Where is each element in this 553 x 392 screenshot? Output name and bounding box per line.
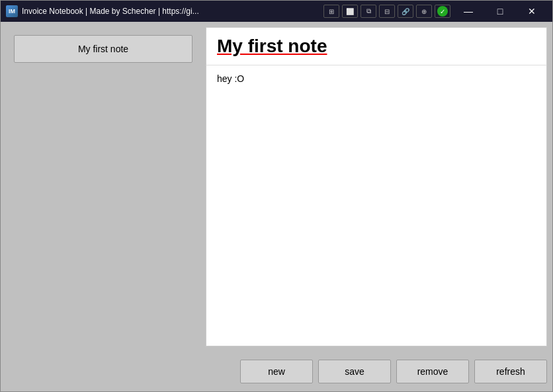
- bottom-bar: new save remove refresh: [1, 352, 552, 391]
- tool-btn-1[interactable]: ⊞: [323, 5, 339, 18]
- note-title-area: My first note: [206, 27, 547, 65]
- app-icon: IM: [6, 5, 18, 17]
- check-icon: ✓: [437, 6, 448, 17]
- note-list-item[interactable]: My first note: [14, 35, 192, 63]
- tool-btn-2[interactable]: ⬜: [342, 5, 358, 18]
- tool-btn-5[interactable]: 🔗: [398, 5, 413, 18]
- content-area: My first note My first note hey :O: [1, 22, 552, 352]
- title-bar: IM Invoice Notebook | Made by Schecher |…: [1, 1, 552, 22]
- app-icon-text: IM: [9, 8, 15, 15]
- window-controls: — □ ✕: [453, 2, 547, 20]
- tool-btn-3[interactable]: ⧉: [361, 5, 376, 18]
- new-button[interactable]: new: [240, 360, 313, 383]
- tool-btn-6[interactable]: ⊕: [416, 5, 432, 18]
- tool-btn-4[interactable]: ⊟: [379, 5, 395, 18]
- toolbar-tools: ⊞ ⬜ ⧉ ⊟ 🔗 ⊕ ✓: [323, 5, 450, 18]
- title-bar-left: IM Invoice Notebook | Made by Schecher |…: [6, 5, 199, 17]
- note-title: My first note: [217, 36, 536, 57]
- app-window: IM Invoice Notebook | Made by Schecher |…: [0, 0, 553, 392]
- tool-btn-check[interactable]: ✓: [435, 5, 450, 18]
- minimize-button[interactable]: —: [453, 2, 484, 20]
- remove-button[interactable]: remove: [396, 360, 469, 383]
- maximize-button[interactable]: □: [485, 2, 515, 20]
- note-item-label: My first note: [78, 44, 128, 54]
- main-panel: My first note hey :O: [206, 22, 552, 352]
- close-button[interactable]: ✕: [517, 2, 547, 20]
- save-button[interactable]: save: [318, 360, 391, 383]
- note-content: hey :O: [217, 73, 536, 84]
- note-body-area[interactable]: hey :O: [206, 65, 547, 346]
- refresh-button[interactable]: refresh: [474, 360, 547, 383]
- sidebar: My first note: [1, 22, 206, 352]
- window-title: Invoice Notebook | Made by Schecher | ht…: [22, 7, 199, 16]
